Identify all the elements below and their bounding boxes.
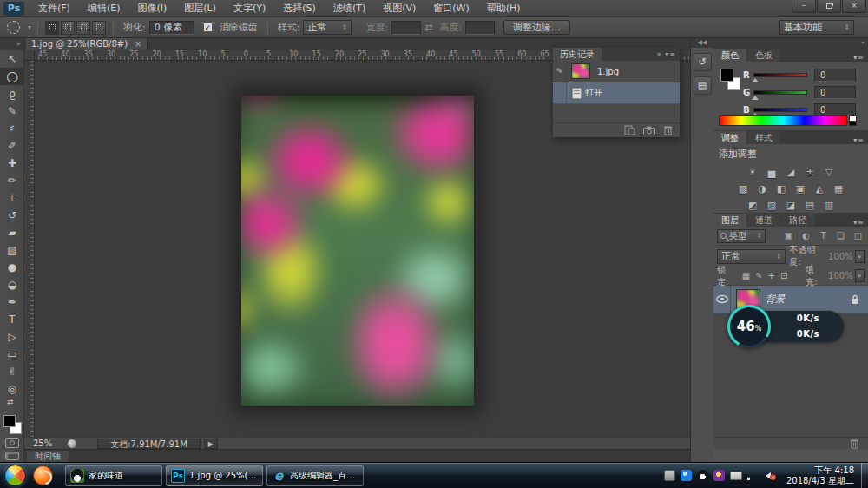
- input-method-icon[interactable]: [664, 470, 675, 481]
- blue-value-input[interactable]: 0: [814, 103, 856, 116]
- menu-item[interactable]: 文件(F): [30, 0, 79, 17]
- menu-item[interactable]: 帮助(H): [478, 0, 529, 17]
- swap-dimensions-icon[interactable]: ⇄: [424, 22, 432, 33]
- adjustment-icon[interactable]: ▦: [832, 182, 845, 195]
- tool-button[interactable]: ↖: [0, 50, 24, 68]
- black-swatch[interactable]: [849, 121, 857, 126]
- adjustment-icon[interactable]: ◢: [785, 166, 798, 179]
- selection-add-button[interactable]: [61, 21, 75, 35]
- green-slider[interactable]: [753, 90, 807, 95]
- style-dropdown[interactable]: 正常⇕: [303, 20, 352, 35]
- tool-button[interactable]: ◒: [0, 276, 24, 293]
- slider-thumb[interactable]: [752, 78, 759, 82]
- layer-filter-icon[interactable]: ◐: [799, 231, 812, 241]
- document-close-icon[interactable]: ×: [135, 38, 141, 50]
- delete-layer-trash-icon[interactable]: [850, 439, 859, 449]
- tool-button[interactable]: ↺: [0, 207, 24, 224]
- snapshot-thumbnail[interactable]: [571, 63, 590, 79]
- menu-item[interactable]: 视图(V): [374, 0, 424, 17]
- tool-button[interactable]: ϱ: [0, 85, 24, 102]
- opacity-dropdown-icon[interactable]: ▾: [855, 250, 865, 263]
- adjustment-icon[interactable]: ☀: [746, 166, 760, 179]
- tool-button[interactable]: ✏: [0, 172, 24, 189]
- quick-mask-button[interactable]: [5, 438, 19, 448]
- show-desktop-button[interactable]: [861, 463, 868, 488]
- menu-item[interactable]: 窗口(W): [424, 0, 477, 17]
- adjustment-icon[interactable]: ±: [804, 166, 817, 179]
- slider-thumb[interactable]: [752, 96, 759, 100]
- tool-preset-arrow-icon[interactable]: ▾: [28, 23, 31, 31]
- tool-button[interactable]: ▭: [0, 346, 24, 363]
- thunder-tray-icon[interactable]: [681, 470, 692, 481]
- height-input[interactable]: [465, 21, 495, 35]
- adjustment-icon[interactable]: ▩: [737, 182, 750, 195]
- adjustment-icon[interactable]: ▽: [823, 166, 836, 179]
- menu-item[interactable]: 文字(Y): [225, 0, 274, 17]
- adjustment-icon[interactable]: ▤: [804, 199, 817, 212]
- tab-channels[interactable]: 通道: [747, 214, 780, 227]
- volume-muted-icon[interactable]: ×: [765, 470, 776, 481]
- network-signal-icon[interactable]: [747, 471, 760, 480]
- dock-expand-button[interactable]: ◀◀: [691, 38, 713, 48]
- elliptical-marquee-icon[interactable]: [7, 21, 20, 34]
- menu-item[interactable]: 选择(S): [274, 0, 325, 17]
- history-source-checkbox[interactable]: [553, 82, 567, 103]
- green-value-input[interactable]: 0: [814, 86, 856, 99]
- lock-option-icon[interactable]: ▦: [742, 271, 750, 280]
- antialias-checkbox[interactable]: ✓: [203, 23, 213, 32]
- layer-filter-icon[interactable]: T: [817, 231, 830, 241]
- battery-icon[interactable]: [730, 472, 742, 480]
- timeline-tab[interactable]: 时间轴: [27, 451, 69, 462]
- filter-type-dropdown[interactable]: 类型⇕: [717, 229, 766, 243]
- refine-edge-button[interactable]: 调整边缘...: [503, 20, 570, 35]
- tab-swatches[interactable]: 色板: [747, 49, 780, 62]
- new-document-from-state-icon[interactable]: [624, 125, 635, 135]
- delete-state-trash-icon[interactable]: [663, 125, 673, 135]
- adjustment-icon[interactable]: ◩: [746, 199, 760, 212]
- taskbar-button-photoshop[interactable]: Ps 1.jpg @ 25%(RG...: [166, 465, 263, 486]
- adjustment-icon[interactable]: ◧: [775, 182, 788, 195]
- menu-item[interactable]: 滤镜(T): [325, 0, 374, 17]
- tool-button[interactable]: ▧: [0, 241, 24, 259]
- browser-launcher-icon[interactable]: [33, 465, 53, 485]
- selection-subtract-button[interactable]: [76, 21, 90, 35]
- color-spectrum-ramp[interactable]: [719, 115, 847, 126]
- width-input[interactable]: [391, 21, 421, 35]
- start-button[interactable]: [4, 465, 26, 486]
- selection-new-button[interactable]: [45, 21, 59, 35]
- lock-option-icon[interactable]: ✎: [755, 271, 762, 280]
- tab-paths[interactable]: 路径: [781, 214, 814, 227]
- adjustment-icon[interactable]: ◪: [785, 199, 798, 212]
- red-slider[interactable]: [753, 73, 807, 77]
- tool-button[interactable]: ✐: [0, 137, 24, 155]
- taskbar-button-music[interactable]: 家的味道: [65, 465, 162, 486]
- speed-monitor-overlay[interactable]: ▲ 0K/s ▼ 0K/s 46 %: [727, 305, 849, 348]
- qq-tray-icon[interactable]: [697, 470, 708, 481]
- layer-lock-icon[interactable]: [851, 294, 859, 305]
- workspace-dropdown[interactable]: 基本功能⇕: [779, 20, 854, 35]
- eye-icon[interactable]: [716, 295, 728, 303]
- tool-button[interactable]: ▷: [0, 328, 24, 346]
- adjustment-icon[interactable]: ▨: [766, 199, 779, 212]
- tool-button[interactable]: ✚: [0, 155, 24, 172]
- collapse-icon[interactable]: »: [657, 50, 662, 58]
- tab-color[interactable]: 颜色: [713, 49, 746, 62]
- taskbar-button-ie[interactable]: e 高级编辑器_百度...: [266, 465, 364, 486]
- red-value-input[interactable]: 0: [814, 69, 856, 82]
- menu-item[interactable]: 图像(I): [128, 0, 175, 17]
- lock-option-icon[interactable]: +: [768, 271, 775, 280]
- history-panel-tab[interactable]: 历史记录: [553, 48, 602, 61]
- tab-styles[interactable]: 样式: [747, 131, 780, 144]
- tool-button[interactable]: ◯: [0, 68, 24, 85]
- adjustment-icon[interactable]: ▥: [823, 199, 836, 212]
- layer-filter-icon[interactable]: ❏: [834, 231, 847, 241]
- history-panel-menu[interactable]: » ▾≡: [657, 50, 680, 58]
- tool-button[interactable]: ●: [0, 259, 24, 276]
- taskbar-clock[interactable]: 下午 4:18 2018/4/3 星期二: [786, 465, 854, 486]
- tool-button[interactable]: ♯: [0, 120, 24, 137]
- feather-input[interactable]: 0 像素: [149, 21, 194, 35]
- actions-panel-icon[interactable]: ▤: [694, 76, 712, 95]
- history-state-row[interactable]: 打开: [553, 82, 680, 104]
- tool-button[interactable]: ✎: [0, 102, 24, 120]
- document-image[interactable]: [241, 96, 474, 406]
